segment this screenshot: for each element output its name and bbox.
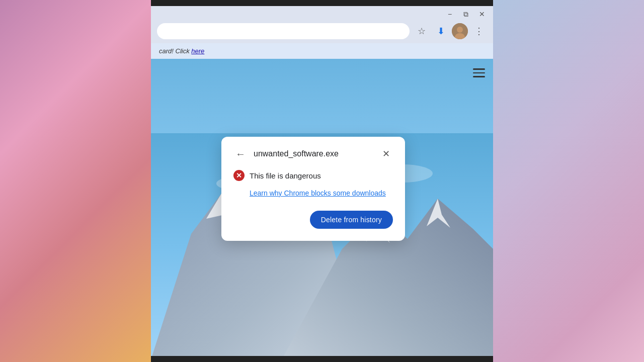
download-button[interactable]: ⬇ <box>433 23 449 39</box>
hamburger-line-1 <box>473 68 485 70</box>
danger-row: ✕ This file is dangerous <box>233 170 393 181</box>
page-main: ← unwanted_software.exe ✕ ✕ This file is… <box>151 59 493 359</box>
avatar-icon <box>452 23 468 39</box>
close-popup-icon: ✕ <box>382 148 390 159</box>
hamburger-line-3 <box>473 76 485 77</box>
bg-left <box>0 0 151 362</box>
warning-bar: card! Click here <box>151 43 493 59</box>
hamburger-menu-button[interactable] <box>470 64 488 82</box>
toolbar-icons: ☆ ⬇ ⋮ <box>414 23 487 39</box>
back-button[interactable]: ← <box>233 147 248 161</box>
bookmark-icon: ☆ <box>418 26 426 37</box>
warning-text: card! Click <box>159 47 191 55</box>
page-content: card! Click here <box>151 43 493 362</box>
restore-button[interactable]: ⧉ <box>461 9 471 19</box>
browser-chrome: − ⧉ ✕ ☆ ⬇ <box>151 6 493 43</box>
download-popup: ← unwanted_software.exe ✕ ✕ This file is… <box>221 137 405 241</box>
danger-icon: ✕ <box>233 170 245 181</box>
avatar-button[interactable] <box>452 23 468 39</box>
download-icon: ⬇ <box>437 26 445 37</box>
hamburger-line-2 <box>473 72 485 74</box>
popup-filename: unwanted_software.exe <box>254 149 373 158</box>
danger-message: This file is dangerous <box>250 171 321 180</box>
bg-right <box>493 0 644 362</box>
bookmark-button[interactable]: ☆ <box>414 23 430 39</box>
back-icon: ← <box>235 148 246 160</box>
menu-button[interactable]: ⋮ <box>471 23 487 39</box>
svg-point-1 <box>457 27 463 33</box>
bottom-bar <box>151 356 493 362</box>
learn-more-link[interactable]: Learn why Chrome blocks some downloads <box>250 188 393 199</box>
window-controls: − ⧉ ✕ <box>151 6 493 21</box>
popup-header: ← unwanted_software.exe ✕ <box>233 147 393 161</box>
more-icon: ⋮ <box>474 26 484 37</box>
minimize-button[interactable]: − <box>445 9 455 19</box>
popup-actions: Delete from history <box>233 211 393 229</box>
browser-window: − ⧉ ✕ ☆ ⬇ <box>151 0 493 362</box>
warning-link[interactable]: here <box>191 47 204 55</box>
delete-from-history-button[interactable]: Delete from history <box>310 211 393 229</box>
close-popup-button[interactable]: ✕ <box>379 147 393 161</box>
top-bar <box>151 0 493 6</box>
url-row: ☆ ⬇ ⋮ <box>151 21 493 43</box>
url-bar[interactable] <box>157 23 410 39</box>
close-button[interactable]: ✕ <box>477 9 487 19</box>
